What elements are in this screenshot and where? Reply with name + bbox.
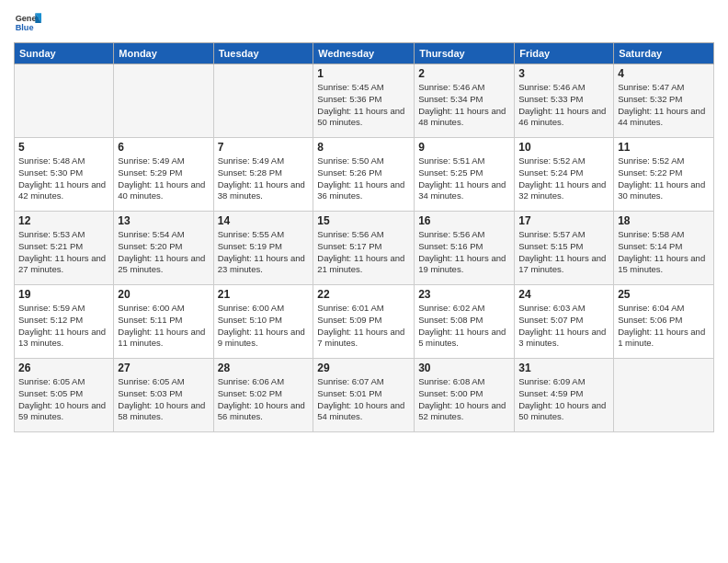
- day-cell: 18Sunrise: 5:58 AMSunset: 5:14 PMDayligh…: [614, 212, 714, 285]
- day-info: Sunrise: 5:50 AMSunset: 5:26 PMDaylight:…: [317, 155, 410, 202]
- day-info: Sunrise: 5:45 AMSunset: 5:36 PMDaylight:…: [317, 82, 410, 129]
- day-info: Sunrise: 6:09 AMSunset: 4:59 PMDaylight:…: [518, 376, 609, 423]
- day-cell: 1Sunrise: 5:45 AMSunset: 5:36 PMDaylight…: [313, 64, 415, 138]
- day-cell: 14Sunrise: 5:55 AMSunset: 5:19 PMDayligh…: [213, 212, 313, 285]
- day-cell: 8Sunrise: 5:50 AMSunset: 5:26 PMDaylight…: [313, 138, 415, 212]
- day-number: 7: [218, 141, 310, 154]
- day-info: Sunrise: 6:02 AMSunset: 5:08 PMDaylight:…: [418, 303, 510, 350]
- day-cell: 27Sunrise: 6:05 AMSunset: 5:03 PMDayligh…: [114, 359, 213, 432]
- day-cell: 25Sunrise: 6:04 AMSunset: 5:06 PMDayligh…: [614, 285, 714, 359]
- day-info: Sunrise: 5:56 AMSunset: 5:17 PMDaylight:…: [317, 229, 410, 276]
- weekday-monday: Monday: [114, 43, 213, 64]
- day-cell: [213, 64, 313, 138]
- day-cell: 15Sunrise: 5:56 AMSunset: 5:17 PMDayligh…: [313, 212, 415, 285]
- day-number: 1: [317, 67, 410, 80]
- day-cell: 5Sunrise: 5:48 AMSunset: 5:30 PMDaylight…: [15, 138, 114, 212]
- day-cell: 12Sunrise: 5:53 AMSunset: 5:21 PMDayligh…: [15, 212, 114, 285]
- day-cell: 30Sunrise: 6:08 AMSunset: 5:00 PMDayligh…: [415, 359, 515, 432]
- day-info: Sunrise: 5:55 AMSunset: 5:19 PMDaylight:…: [218, 229, 310, 276]
- day-number: 26: [18, 362, 109, 374]
- day-number: 20: [118, 288, 209, 301]
- header: General Blue: [14, 9, 714, 37]
- weekday-header-row: SundayMondayTuesdayWednesdayThursdayFrid…: [15, 43, 714, 64]
- week-row-2: 5Sunrise: 5:48 AMSunset: 5:30 PMDaylight…: [15, 138, 714, 212]
- day-number: 13: [118, 214, 209, 227]
- day-cell: 22Sunrise: 6:01 AMSunset: 5:09 PMDayligh…: [313, 285, 415, 359]
- calendar-table: SundayMondayTuesdayWednesdayThursdayFrid…: [14, 42, 714, 432]
- day-number: 9: [418, 141, 510, 154]
- weekday-thursday: Thursday: [415, 43, 515, 64]
- day-cell: 20Sunrise: 6:00 AMSunset: 5:11 PMDayligh…: [114, 285, 213, 359]
- day-cell: 9Sunrise: 5:51 AMSunset: 5:25 PMDaylight…: [415, 138, 515, 212]
- day-number: 29: [317, 362, 410, 374]
- day-number: 5: [18, 141, 109, 154]
- day-number: 31: [518, 362, 609, 374]
- svg-text:Blue: Blue: [16, 23, 34, 32]
- day-info: Sunrise: 5:56 AMSunset: 5:16 PMDaylight:…: [418, 229, 510, 276]
- day-number: 30: [418, 362, 510, 374]
- day-info: Sunrise: 5:52 AMSunset: 5:24 PMDaylight:…: [518, 155, 609, 202]
- day-info: Sunrise: 5:52 AMSunset: 5:22 PMDaylight:…: [618, 155, 710, 202]
- day-info: Sunrise: 6:05 AMSunset: 5:03 PMDaylight:…: [118, 376, 209, 423]
- logo-icon: General Blue: [14, 9, 41, 37]
- day-cell: 19Sunrise: 5:59 AMSunset: 5:12 PMDayligh…: [15, 285, 114, 359]
- day-info: Sunrise: 5:46 AMSunset: 5:33 PMDaylight:…: [518, 82, 609, 129]
- day-info: Sunrise: 6:03 AMSunset: 5:07 PMDaylight:…: [518, 303, 609, 350]
- day-number: 14: [218, 214, 310, 227]
- day-number: 16: [418, 214, 510, 227]
- day-info: Sunrise: 5:47 AMSunset: 5:32 PMDaylight:…: [618, 82, 710, 129]
- day-cell: 2Sunrise: 5:46 AMSunset: 5:34 PMDaylight…: [415, 64, 515, 138]
- day-number: 28: [218, 362, 310, 374]
- day-cell: [614, 359, 714, 432]
- day-cell: 17Sunrise: 5:57 AMSunset: 5:15 PMDayligh…: [515, 212, 614, 285]
- day-number: 15: [317, 214, 410, 227]
- day-cell: 3Sunrise: 5:46 AMSunset: 5:33 PMDaylight…: [515, 64, 614, 138]
- day-info: Sunrise: 5:51 AMSunset: 5:25 PMDaylight:…: [418, 155, 510, 202]
- day-cell: 10Sunrise: 5:52 AMSunset: 5:24 PMDayligh…: [515, 138, 614, 212]
- day-cell: 23Sunrise: 6:02 AMSunset: 5:08 PMDayligh…: [415, 285, 515, 359]
- day-number: 11: [618, 141, 710, 154]
- day-cell: 4Sunrise: 5:47 AMSunset: 5:32 PMDaylight…: [614, 64, 714, 138]
- day-cell: 24Sunrise: 6:03 AMSunset: 5:07 PMDayligh…: [515, 285, 614, 359]
- weekday-tuesday: Tuesday: [213, 43, 313, 64]
- day-number: 2: [418, 67, 510, 80]
- day-cell: [15, 64, 114, 138]
- calendar-container: General Blue SundayMondayTuesdayWednesda…: [0, 0, 728, 440]
- day-cell: 11Sunrise: 5:52 AMSunset: 5:22 PMDayligh…: [614, 138, 714, 212]
- day-number: 3: [518, 67, 609, 80]
- day-info: Sunrise: 5:58 AMSunset: 5:14 PMDaylight:…: [618, 229, 710, 276]
- weekday-saturday: Saturday: [614, 43, 714, 64]
- day-info: Sunrise: 5:48 AMSunset: 5:30 PMDaylight:…: [18, 155, 109, 202]
- day-cell: 6Sunrise: 5:49 AMSunset: 5:29 PMDaylight…: [114, 138, 213, 212]
- logo: General Blue: [14, 9, 43, 37]
- day-number: 4: [618, 67, 710, 80]
- day-cell: 7Sunrise: 5:49 AMSunset: 5:28 PMDaylight…: [213, 138, 313, 212]
- weekday-friday: Friday: [515, 43, 614, 64]
- day-number: 8: [317, 141, 410, 154]
- day-info: Sunrise: 5:59 AMSunset: 5:12 PMDaylight:…: [18, 303, 109, 350]
- day-number: 10: [518, 141, 609, 154]
- week-row-5: 26Sunrise: 6:05 AMSunset: 5:05 PMDayligh…: [15, 359, 714, 432]
- day-number: 12: [18, 214, 109, 227]
- day-number: 24: [518, 288, 609, 301]
- day-number: 22: [317, 288, 410, 301]
- day-info: Sunrise: 5:53 AMSunset: 5:21 PMDaylight:…: [18, 229, 109, 276]
- day-number: 25: [618, 288, 710, 301]
- day-number: 17: [518, 214, 609, 227]
- day-cell: 28Sunrise: 6:06 AMSunset: 5:02 PMDayligh…: [213, 359, 313, 432]
- day-info: Sunrise: 6:07 AMSunset: 5:01 PMDaylight:…: [317, 376, 410, 423]
- day-info: Sunrise: 6:05 AMSunset: 5:05 PMDaylight:…: [18, 376, 109, 423]
- day-info: Sunrise: 6:08 AMSunset: 5:00 PMDaylight:…: [418, 376, 510, 423]
- day-info: Sunrise: 6:00 AMSunset: 5:10 PMDaylight:…: [218, 303, 310, 350]
- day-cell: 31Sunrise: 6:09 AMSunset: 4:59 PMDayligh…: [515, 359, 614, 432]
- day-info: Sunrise: 5:57 AMSunset: 5:15 PMDaylight:…: [518, 229, 609, 276]
- day-cell: 13Sunrise: 5:54 AMSunset: 5:20 PMDayligh…: [114, 212, 213, 285]
- day-info: Sunrise: 5:46 AMSunset: 5:34 PMDaylight:…: [418, 82, 510, 129]
- day-number: 23: [418, 288, 510, 301]
- day-number: 27: [118, 362, 209, 374]
- week-row-1: 1Sunrise: 5:45 AMSunset: 5:36 PMDaylight…: [15, 64, 714, 138]
- day-info: Sunrise: 5:54 AMSunset: 5:20 PMDaylight:…: [118, 229, 209, 276]
- day-cell: [114, 64, 213, 138]
- day-info: Sunrise: 6:04 AMSunset: 5:06 PMDaylight:…: [618, 303, 710, 350]
- day-cell: 26Sunrise: 6:05 AMSunset: 5:05 PMDayligh…: [15, 359, 114, 432]
